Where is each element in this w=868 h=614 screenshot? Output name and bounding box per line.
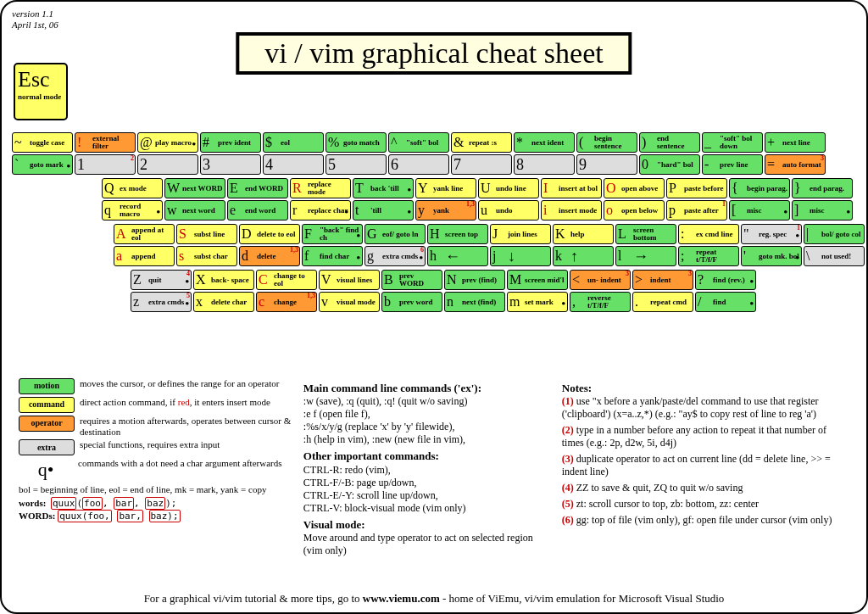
key-?: ?find (rev.)• <box>695 270 756 290</box>
key-;: ;repeat t/T/f/F <box>678 246 739 266</box>
key-\: \not used! <box>804 246 865 266</box>
key-t: t'till• <box>353 200 414 220</box>
key-d: ddelete1,3 <box>239 246 300 266</box>
key-$: $eol <box>263 132 324 153</box>
key-w: wnext word <box>164 200 225 220</box>
key-+: +next line <box>765 132 826 153</box>
key-!: !external filter <box>75 132 136 153</box>
key-v: vvisual mode <box>319 292 380 312</box>
key-~: ~toggle case <box>12 132 73 153</box>
key-B: Bprev WORD <box>381 270 442 290</box>
key-3: 3 <box>200 154 261 175</box>
key-.: .repeat cmd <box>632 292 693 312</box>
key-&: &repeat :s <box>451 132 512 153</box>
version: version 1.1April 1st, 06 <box>12 8 856 31</box>
key-J: Jjoin lines <box>490 224 551 244</box>
key-': 'goto mk. bol• <box>741 246 802 266</box>
keyboard: ~toggle case`goto mark•!external filter1… <box>12 132 866 315</box>
key-5: 5 <box>326 154 387 175</box>
key-X: Xback- space <box>193 270 254 290</box>
page-title: vi / vim graphical cheat sheet <box>236 32 632 75</box>
key-V: Vvisual lines <box>319 270 380 290</box>
key-<: <un- indent3 <box>570 270 631 290</box>
key-Q: Qex mode <box>102 178 163 198</box>
key-y: yyank1,3 <box>415 200 476 220</box>
key-p: ppaste after1 <box>666 200 727 220</box>
key-2: 2 <box>137 154 198 175</box>
key-o: oopen below <box>604 200 665 220</box>
key-a: aappend <box>114 246 175 266</box>
key-#: #prev ident <box>200 132 261 153</box>
key-,: ,reverse t/T/f/F <box>570 292 631 312</box>
key-7: 7 <box>451 154 512 175</box>
key-Y: Yyank line <box>415 178 476 198</box>
key-L: Lscreen bottom <box>615 224 676 244</box>
key-_: _"soft" bol down <box>702 132 763 153</box>
key-`: `goto mark• <box>12 154 73 175</box>
key-=: =auto format3 <box>765 154 826 175</box>
key-e: eend word <box>227 200 288 220</box>
key-U: Uundo line <box>478 178 539 198</box>
key-9: 9 <box>576 154 637 175</box>
legend-operator: operatorrequires a motion afterwards, op… <box>19 416 293 437</box>
key-A: Aappend at eol <box>114 224 175 244</box>
key-D: Ddelete to eol <box>239 224 300 244</box>
key-S: Ssubst line <box>176 224 237 244</box>
key-8: 8 <box>514 154 575 175</box>
key-^: ^"soft" bol <box>388 132 449 153</box>
key-u: uundo <box>478 200 539 220</box>
key-k: k↑ <box>553 246 614 266</box>
key-|: |bol/ goto col <box>804 224 865 244</box>
key-:: :ex cmd line <box>678 224 739 244</box>
key-h: h← <box>427 246 488 266</box>
key-Z: Zquit•4 <box>131 270 192 290</box>
key-): )end sentence <box>639 132 700 153</box>
key-l: l→ <box>615 246 676 266</box>
key-F: F"back" find ch• <box>302 224 363 244</box>
key-s: ssubst char <box>176 246 237 266</box>
key-f: ffind char• <box>302 246 363 266</box>
key-m: mset mark• <box>507 292 568 312</box>
key-W: Wnext WORD <box>164 178 225 198</box>
key-O: Oopen above <box>604 178 665 198</box>
key-M: Mscreen mid'l <box>507 270 568 290</box>
key-}: }end parag. <box>792 178 853 198</box>
key-@: @play macro• <box>137 132 198 153</box>
key-%: %goto match <box>326 132 387 153</box>
key-n: nnext (find) <box>444 292 505 312</box>
key-P: Ppaste before <box>666 178 727 198</box>
key-6: 6 <box>388 154 449 175</box>
legend-motion: motionmoves the cursor, or defines the r… <box>19 378 293 394</box>
key-r: rreplace char• <box>290 200 351 220</box>
key-K: Khelp <box>553 224 614 244</box>
key-G: Geof/ goto ln <box>364 224 426 244</box>
key-]: ]misc• <box>792 200 853 220</box>
key-(: (begin sentence <box>576 132 637 153</box>
key-C: Cchange to eol <box>256 270 317 290</box>
cheat-sheet: version 1.1April 1st, 06 vi / vim graphi… <box>0 0 868 614</box>
key-4: 4 <box>263 154 324 175</box>
key-x: xdelete char <box>193 292 254 312</box>
key-N: Nprev (find) <box>444 270 505 290</box>
key-q: qrecord macro• <box>102 200 163 220</box>
key-R: Rreplace mode <box>290 178 351 198</box>
esc-key: Escnormal mode <box>14 63 68 120</box>
key-T: Tback 'till• <box>353 178 414 198</box>
key->: >indent3 <box>632 270 693 290</box>
key-/: /find• <box>695 292 756 312</box>
legend-command: commanddirect action command, if red, it… <box>19 397 293 413</box>
key-I: Iinsert at bol <box>541 178 602 198</box>
key-E: Eend WORD <box>227 178 288 198</box>
footer: For a graphical vi/vim tutorial & more t… <box>2 592 866 606</box>
key-c: cchange1,3 <box>256 292 317 312</box>
key-0: 0"hard" bol <box>639 154 700 175</box>
key-b: bprev word <box>381 292 442 312</box>
legend-extra: extraspecial functions, requires extra i… <box>19 439 293 455</box>
key-H: Hscreen top <box>427 224 488 244</box>
key-g: gextra cmds•6 <box>364 246 426 266</box>
key-i: iinsert mode <box>541 200 602 220</box>
key-": "reg. spec•1 <box>741 224 802 244</box>
key-z: zextra cmds•5 <box>131 292 192 312</box>
key--: -prev line <box>702 154 763 175</box>
key-*: *next ident <box>514 132 575 153</box>
